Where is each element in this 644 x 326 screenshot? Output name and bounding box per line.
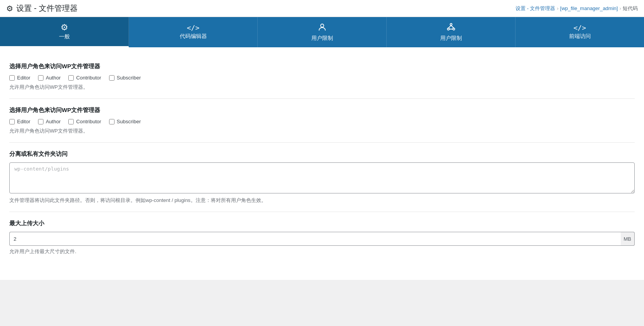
- checkbox-author-1[interactable]: Author: [38, 75, 61, 81]
- checkbox-author-2-input[interactable]: [38, 119, 43, 124]
- svg-line-4: [448, 26, 451, 28]
- section-2-desc: 允许用户角色访问WP文件管理器。: [9, 128, 635, 135]
- section-3-desc: 文件管理器将访问此文件夹路径。否则，将访问根目录。例如wp-content / …: [9, 197, 635, 204]
- svg-point-0: [321, 24, 324, 27]
- tab-code-editor-label: 代码编辑器: [180, 33, 207, 40]
- checkbox-subscriber-1-label: Subscriber: [117, 75, 141, 81]
- checkbox-subscriber-2[interactable]: Subscriber: [109, 119, 141, 124]
- checkbox-editor-2-label: Editor: [17, 119, 30, 124]
- svg-line-5: [451, 26, 454, 28]
- tab-user-restrict-2[interactable]: 用户限制: [387, 17, 516, 47]
- section-2: 选择用户角色来访问WP文件管理器 Editor Author Contribut…: [9, 99, 635, 143]
- upload-size-unit: MB: [621, 232, 635, 246]
- breadcrumb-sep-1: ›: [557, 5, 558, 11]
- tab-frontend[interactable]: </> 前端访问: [516, 17, 644, 47]
- section-1-desc: 允许用户角色访问WP文件管理器。: [9, 84, 635, 91]
- textarea-wrapper: [9, 162, 635, 195]
- checkbox-contributor-1-input[interactable]: [68, 75, 74, 81]
- tab-general-label: 一般: [59, 33, 70, 40]
- breadcrumb-shortcode-attr[interactable]: [wp_file_manager_admin]: [560, 5, 618, 11]
- section-3-title: 分离或私有文件夹访问: [9, 150, 635, 158]
- code-tab-icon: </>: [187, 24, 200, 31]
- tab-user-restrict-2-label: 用户限制: [440, 35, 462, 42]
- checkbox-subscriber-2-label: Subscriber: [117, 119, 141, 124]
- user-tab-icon-2: [446, 22, 456, 33]
- checkbox-editor-1-input[interactable]: [9, 75, 15, 81]
- checkbox-editor-2[interactable]: Editor: [9, 119, 30, 124]
- checkbox-editor-1[interactable]: Editor: [9, 75, 30, 81]
- checkbox-subscriber-1-input[interactable]: [109, 75, 115, 81]
- breadcrumb-shortcode: 短代码: [623, 5, 638, 12]
- top-bar: ⚙ 设置 - 文件管理器 设置 - 文件管理器 › [wp_file_manag…: [0, 0, 644, 17]
- top-bar-left: ⚙ 设置 - 文件管理器: [6, 3, 78, 14]
- tab-code-editor[interactable]: </> 代码编辑器: [129, 17, 258, 47]
- checkbox-contributor-1[interactable]: Contributor: [68, 75, 101, 81]
- checkbox-subscriber-1[interactable]: Subscriber: [109, 75, 141, 81]
- tab-general[interactable]: ⚙ 一般: [0, 17, 129, 47]
- checkbox-author-1-input[interactable]: [38, 75, 43, 81]
- tab-frontend-label: 前端访问: [569, 33, 591, 40]
- section-1: 选择用户角色来访问WP文件管理器 Editor Author Contribut…: [9, 55, 635, 99]
- main-content: 选择用户角色来访问WP文件管理器 Editor Author Contribut…: [0, 47, 644, 280]
- folder-path-textarea[interactable]: [9, 162, 635, 193]
- upload-size-input-wrapper: MB: [9, 232, 635, 246]
- tab-user-restrict-1-label: 用户限制: [311, 35, 333, 42]
- checkbox-subscriber-2-input[interactable]: [109, 119, 115, 124]
- tabs-bar: ⚙ 一般 </> 代码编辑器 用户限制 用户限制 </>: [0, 17, 644, 47]
- section-3: 分离或私有文件夹访问 文件管理器将访问此文件夹路径。否则，将访问根目录。例如wp…: [9, 143, 635, 212]
- section-2-checkboxes: Editor Author Contributor Subscriber: [9, 119, 635, 124]
- checkbox-editor-2-input[interactable]: [9, 119, 15, 124]
- upload-size-input[interactable]: [9, 232, 621, 246]
- section-1-title: 选择用户角色来访问WP文件管理器: [9, 63, 635, 70]
- section-4-desc: 允许用户上传最大尺寸的文件.: [9, 248, 635, 255]
- checkbox-contributor-2-input[interactable]: [68, 119, 74, 124]
- gear-icon: ⚙: [6, 4, 13, 13]
- breadcrumb-sep-2: ›: [620, 5, 621, 11]
- section-4-title: 最大上传大小: [9, 220, 635, 227]
- frontend-tab-icon: </>: [573, 24, 586, 31]
- user-tab-icon-1: [318, 22, 327, 33]
- page-title: 设置 - 文件管理器: [16, 3, 78, 14]
- checkbox-author-1-label: Author: [46, 75, 61, 81]
- checkbox-contributor-1-label: Contributor: [76, 75, 101, 81]
- checkbox-author-2-label: Author: [46, 119, 61, 124]
- checkbox-author-2[interactable]: Author: [38, 119, 61, 124]
- tab-user-restrict-1[interactable]: 用户限制: [258, 17, 387, 47]
- section-2-title: 选择用户角色来访问WP文件管理器: [9, 107, 635, 114]
- checkbox-editor-1-label: Editor: [17, 75, 30, 81]
- breadcrumb-settings[interactable]: 设置 - 文件管理器: [516, 5, 555, 12]
- checkbox-contributor-2-label: Contributor: [76, 119, 101, 124]
- section-4: 最大上传大小 MB 允许用户上传最大尺寸的文件.: [9, 212, 635, 263]
- breadcrumb: 设置 - 文件管理器 › [wp_file_manager_admin] › 短…: [516, 5, 638, 12]
- gear-tab-icon: ⚙: [61, 23, 68, 32]
- section-1-checkboxes: Editor Author Contributor Subscriber: [9, 75, 635, 81]
- checkbox-contributor-2[interactable]: Contributor: [68, 119, 101, 124]
